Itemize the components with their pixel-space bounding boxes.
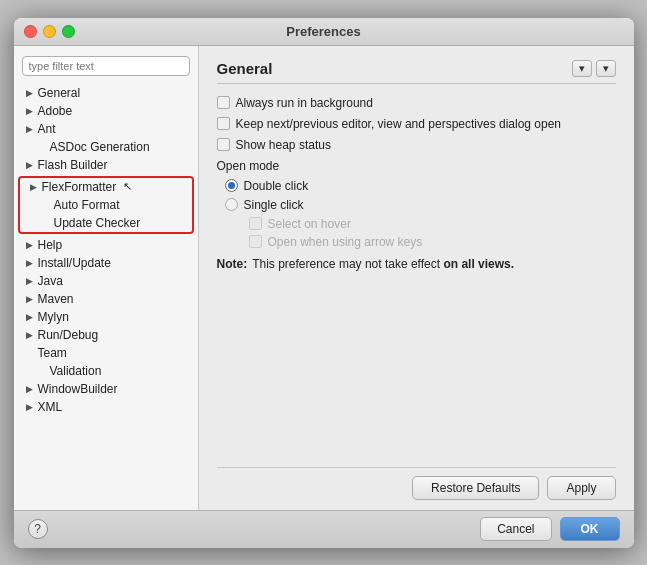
sidebar-label-rundebug: Run/Debug: [38, 328, 99, 342]
panel-ctrl-down[interactable]: ▾: [572, 60, 592, 77]
label-select-hover: Select on hover: [268, 217, 351, 231]
sidebar-item-xml[interactable]: ▶ XML: [14, 398, 198, 416]
panel-ctrl-expand[interactable]: ▾: [596, 60, 616, 77]
expand-icon: ▶: [26, 330, 35, 340]
expand-icon: ▶: [26, 124, 35, 134]
main-panel: General ▾ ▾ Always run in background Kee…: [199, 46, 634, 510]
sidebar-label-asdoc: ASDoc Generation: [50, 140, 150, 154]
expand-icon: ▶: [26, 384, 35, 394]
sidebar-item-flexformatter[interactable]: ▶ FlexFormatter ↖: [20, 178, 192, 196]
search-box[interactable]: [22, 56, 190, 76]
sidebar-label-installupdate: Install/Update: [38, 256, 111, 270]
sidebar-label-autoformat: Auto Format: [54, 198, 120, 212]
radio-group: Double click Single click Select on hove…: [225, 179, 616, 249]
window-title: Preferences: [286, 24, 360, 39]
open-mode-label: Open mode: [217, 159, 616, 173]
preferences-window: Preferences ▶ General ▶ Adobe ▶ Ant: [14, 18, 634, 548]
checkbox-always-run[interactable]: [217, 96, 230, 109]
sidebar-label-maven: Maven: [38, 292, 74, 306]
minimize-button[interactable]: [43, 25, 56, 38]
expand-icon: ▶: [26, 160, 35, 170]
bottom-buttons: Restore Defaults Apply: [217, 467, 616, 500]
radio-row-single: Single click: [225, 198, 616, 212]
label-show-heap: Show heap status: [236, 138, 331, 152]
cancel-button[interactable]: Cancel: [480, 517, 551, 541]
sub-options: Select on hover Open when using arrow ke…: [249, 217, 616, 249]
label-double-click: Double click: [244, 179, 309, 193]
help-button[interactable]: ?: [28, 519, 48, 539]
sidebar-label-adobe: Adobe: [38, 104, 73, 118]
sidebar-item-windowbuilder[interactable]: ▶ WindowBuilder: [14, 380, 198, 398]
sidebar-item-maven[interactable]: ▶ Maven: [14, 290, 198, 308]
search-input[interactable]: [22, 56, 190, 76]
sidebar-label-windowbuilder: WindowBuilder: [38, 382, 118, 396]
footer-buttons: Cancel OK: [480, 517, 619, 541]
expand-icon: ▶: [30, 182, 39, 192]
note-text: This preference may not take effect on a…: [252, 257, 514, 271]
expand-icon: ▶: [26, 294, 35, 304]
radio-double-click[interactable]: [225, 179, 238, 192]
sidebar-item-autoformat[interactable]: Auto Format: [20, 196, 192, 214]
main-content: ▶ General ▶ Adobe ▶ Ant ASDoc Generation…: [14, 46, 634, 510]
sidebar-item-asdoc[interactable]: ASDoc Generation: [14, 138, 198, 156]
apply-button[interactable]: Apply: [547, 476, 615, 500]
expand-icon: ▶: [26, 312, 35, 322]
close-button[interactable]: [24, 25, 37, 38]
sidebar-label-team: Team: [38, 346, 67, 360]
option-keep-next: Keep next/previous editor, view and pers…: [217, 117, 616, 131]
sidebar-item-validation[interactable]: Validation: [14, 362, 198, 380]
expand-icon: ▶: [26, 276, 35, 286]
note-row: Note: This preference may not take effec…: [217, 257, 616, 271]
sidebar-item-general[interactable]: ▶ General: [14, 84, 198, 102]
panel-header: General ▾ ▾: [217, 60, 616, 84]
note-emphasis: on all views.: [443, 257, 514, 271]
tree-container: ▶ General ▶ Adobe ▶ Ant ASDoc Generation…: [14, 82, 198, 504]
label-always-run: Always run in background: [236, 96, 373, 110]
expand-icon: ▶: [26, 106, 35, 116]
sidebar-item-ant[interactable]: ▶ Ant: [14, 120, 198, 138]
checkbox-select-hover[interactable]: [249, 217, 262, 230]
expand-icon: ▶: [26, 88, 35, 98]
panel-title: General: [217, 60, 273, 77]
titlebar: Preferences: [14, 18, 634, 46]
sidebar-label-flexformatter: FlexFormatter: [42, 180, 117, 194]
sidebar-item-updatechecker[interactable]: Update Checker: [20, 214, 192, 232]
expand-icon: ▶: [26, 240, 35, 250]
checkbox-show-heap[interactable]: [217, 138, 230, 151]
expand-icon: ▶: [26, 402, 35, 412]
sidebar-label-mylyn: Mylyn: [38, 310, 69, 324]
label-single-click: Single click: [244, 198, 304, 212]
maximize-button[interactable]: [62, 25, 75, 38]
checkbox-keep-next[interactable]: [217, 117, 230, 130]
checkbox-open-arrow[interactable]: [249, 235, 262, 248]
sidebar-item-help[interactable]: ▶ Help: [14, 236, 198, 254]
cursor-icon: ↖: [123, 180, 132, 193]
ok-button[interactable]: OK: [560, 517, 620, 541]
radio-single-click[interactable]: [225, 198, 238, 211]
footer: ? Cancel OK: [14, 510, 634, 548]
sidebar-label-updatechecker: Update Checker: [54, 216, 141, 230]
sidebar-label-general: General: [38, 86, 81, 100]
option-show-heap: Show heap status: [217, 138, 616, 152]
sidebar-label-xml: XML: [38, 400, 63, 414]
sidebar-label-java: Java: [38, 274, 63, 288]
sidebar-label-validation: Validation: [50, 364, 102, 378]
traffic-lights: [24, 25, 75, 38]
sidebar-item-rundebug[interactable]: ▶ Run/Debug: [14, 326, 198, 344]
options-area: Always run in background Keep next/previ…: [217, 96, 616, 463]
sidebar-item-adobe[interactable]: ▶ Adobe: [14, 102, 198, 120]
sidebar-item-mylyn[interactable]: ▶ Mylyn: [14, 308, 198, 326]
sidebar-label-help: Help: [38, 238, 63, 252]
sidebar-item-team[interactable]: Team: [14, 344, 198, 362]
flex-formatter-group: ▶ FlexFormatter ↖ Auto Format Update Che…: [18, 176, 194, 234]
sidebar-item-flashbuilder[interactable]: ▶ Flash Builder: [14, 156, 198, 174]
sidebar-item-installupdate[interactable]: ▶ Install/Update: [14, 254, 198, 272]
restore-defaults-button[interactable]: Restore Defaults: [412, 476, 539, 500]
option-always-run: Always run in background: [217, 96, 616, 110]
sidebar: ▶ General ▶ Adobe ▶ Ant ASDoc Generation…: [14, 46, 199, 510]
expand-icon: ▶: [26, 258, 35, 268]
sub-option-arrow: Open when using arrow keys: [249, 235, 616, 249]
label-open-arrow: Open when using arrow keys: [268, 235, 423, 249]
label-keep-next: Keep next/previous editor, view and pers…: [236, 117, 562, 131]
sidebar-item-java[interactable]: ▶ Java: [14, 272, 198, 290]
